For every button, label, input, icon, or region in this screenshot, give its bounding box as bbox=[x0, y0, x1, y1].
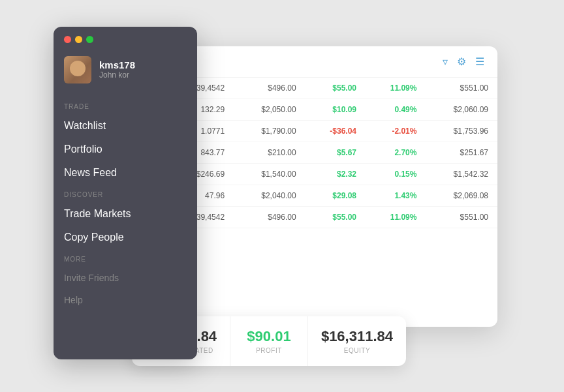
cell-r4-c3: $2.32 bbox=[306, 163, 366, 185]
cell-r2-c3: -$36.04 bbox=[306, 120, 366, 142]
light-minimize[interactable] bbox=[75, 36, 82, 43]
scene: ▿ ⚙ ☰ .9939,4542$496.00$55.0011.09%$551.… bbox=[54, 27, 510, 366]
cell-r5-c2: $2,040.00 bbox=[234, 185, 305, 206]
profit-value: $90.01 bbox=[243, 328, 294, 345]
cell-r5-c4: 1.43% bbox=[366, 185, 426, 206]
summary-equity: $16,311.84 EQUITY bbox=[308, 316, 406, 366]
cell-r1-c2: $2,050.00 bbox=[234, 98, 305, 120]
cell-r6-c3: $55.00 bbox=[306, 206, 366, 228]
cell-r6-c2: $496.00 bbox=[234, 206, 305, 228]
cell-r1-c3: $10.09 bbox=[306, 98, 366, 120]
user-profile: kms178 John kor bbox=[54, 50, 197, 97]
section-label-trade: TRADE bbox=[54, 97, 197, 114]
equity-label: EQUITY bbox=[321, 347, 393, 354]
cell-r5-c3: $29.08 bbox=[306, 185, 366, 206]
section-label-discover: DISCOVER bbox=[54, 185, 197, 202]
profit-label: PROFIT bbox=[243, 347, 294, 354]
sidebar-item-trade-markets[interactable]: Trade Markets bbox=[54, 202, 197, 226]
cell-r5-c5: $2,069.08 bbox=[426, 185, 497, 206]
cell-r3-c4: 2.70% bbox=[366, 142, 426, 163]
username: kms178 bbox=[99, 59, 135, 70]
cell-r1-c4: 0.49% bbox=[366, 98, 426, 120]
avatar bbox=[64, 56, 91, 83]
light-close[interactable] bbox=[64, 36, 71, 43]
cell-r3-c3: $5.67 bbox=[306, 142, 366, 163]
cell-r4-c2: $1,540.00 bbox=[234, 163, 305, 185]
sidebar-item-copy-people[interactable]: Copy People bbox=[54, 226, 197, 249]
traffic-lights bbox=[54, 27, 197, 50]
cell-r6-c5: $551.00 bbox=[426, 206, 497, 228]
cell-r1-c5: $2,060.09 bbox=[426, 98, 497, 120]
equity-value: $16,311.84 bbox=[321, 328, 393, 345]
avatar-shape bbox=[70, 61, 86, 76]
cell-r0-c3: $55.00 bbox=[306, 78, 366, 99]
cell-r3-c2: $210.00 bbox=[234, 142, 305, 163]
section-label-more: MORE bbox=[54, 249, 197, 267]
cell-r4-c4: 0.15% bbox=[366, 163, 426, 185]
sidebar-item-news-feed[interactable]: News Feed bbox=[54, 161, 197, 185]
light-maximize[interactable] bbox=[86, 36, 93, 43]
cell-r2-c5: $1,753.96 bbox=[426, 120, 497, 142]
cell-r2-c2: $1,790.00 bbox=[234, 120, 305, 142]
cell-r6-c4: 11.09% bbox=[366, 206, 426, 228]
sidebar-item-portfolio[interactable]: Portfolio bbox=[54, 138, 197, 161]
sidebar: kms178 John kor TRADE Watchlist Portfoli… bbox=[54, 27, 197, 359]
sidebar-item-watchlist[interactable]: Watchlist bbox=[54, 114, 197, 138]
sidebar-item-help[interactable]: Help bbox=[54, 289, 197, 311]
avatar-image bbox=[64, 56, 91, 83]
list-icon[interactable]: ☰ bbox=[475, 55, 484, 68]
sidebar-item-invite-friends[interactable]: Invite Friends bbox=[54, 267, 197, 289]
user-subtitle: John kor bbox=[99, 70, 135, 80]
cell-r0-c5: $551.00 bbox=[426, 78, 497, 99]
filter-icon[interactable]: ▿ bbox=[443, 55, 448, 68]
settings-icon[interactable]: ⚙ bbox=[457, 55, 466, 68]
cell-r0-c2: $496.00 bbox=[234, 78, 305, 99]
user-info: kms178 John kor bbox=[99, 59, 135, 80]
cell-r2-c4: -2.01% bbox=[366, 120, 426, 142]
cell-r4-c5: $1,542.32 bbox=[426, 163, 497, 185]
cell-r3-c5: $251.67 bbox=[426, 142, 497, 163]
cell-r0-c4: 11.09% bbox=[366, 78, 426, 99]
summary-profit: $90.01 PROFIT bbox=[230, 316, 308, 366]
